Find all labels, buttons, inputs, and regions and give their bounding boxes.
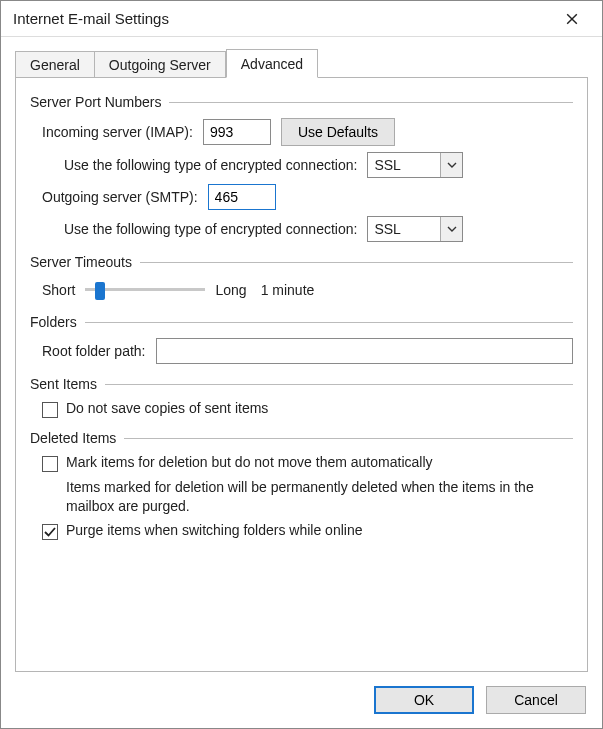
window-title: Internet E-mail Settings bbox=[13, 10, 552, 27]
purge-on-switch-checkbox[interactable] bbox=[42, 524, 58, 540]
group-title-timeouts: Server Timeouts bbox=[30, 254, 132, 270]
timeout-value: 1 minute bbox=[261, 282, 315, 298]
incoming-server-label: Incoming server (IMAP): bbox=[42, 124, 193, 140]
titlebar: Internet E-mail Settings bbox=[1, 1, 602, 37]
server-timeouts-group: Server Timeouts Short Long 1 minute bbox=[30, 254, 573, 302]
mark-for-deletion-helper: Items marked for deletion will be perman… bbox=[66, 478, 573, 516]
tabstrip: General Outgoing Server Advanced bbox=[15, 47, 588, 77]
button-bar: OK Cancel bbox=[1, 672, 602, 728]
incoming-encryption-label: Use the following type of encrypted conn… bbox=[64, 157, 357, 173]
group-title-folders: Folders bbox=[30, 314, 77, 330]
mark-for-deletion-checkbox[interactable] bbox=[42, 456, 58, 472]
deleted-items-group: Deleted Items Mark items for deletion bu… bbox=[30, 430, 573, 540]
ok-button[interactable]: OK bbox=[374, 686, 474, 714]
mark-for-deletion-label: Mark items for deletion but do not move … bbox=[66, 454, 433, 470]
use-defaults-button[interactable]: Use Defaults bbox=[281, 118, 395, 146]
root-folder-label: Root folder path: bbox=[42, 343, 146, 359]
folders-group: Folders Root folder path: bbox=[30, 314, 573, 364]
chevron-down-icon bbox=[440, 153, 462, 177]
group-title-sent: Sent Items bbox=[30, 376, 97, 392]
no-save-copies-label: Do not save copies of sent items bbox=[66, 400, 268, 416]
server-port-numbers-group: Server Port Numbers Incoming server (IMA… bbox=[30, 94, 573, 242]
incoming-encryption-select[interactable]: SSL bbox=[367, 152, 463, 178]
group-title-server-ports: Server Port Numbers bbox=[30, 94, 161, 110]
slider-thumb[interactable] bbox=[95, 282, 105, 300]
close-icon bbox=[566, 13, 578, 25]
no-save-copies-checkbox[interactable] bbox=[42, 402, 58, 418]
tab-advanced-body: Server Port Numbers Incoming server (IMA… bbox=[15, 77, 588, 672]
incoming-port-input[interactable] bbox=[203, 119, 271, 145]
cancel-button[interactable]: Cancel bbox=[486, 686, 586, 714]
outgoing-port-input[interactable] bbox=[208, 184, 276, 210]
tab-advanced[interactable]: Advanced bbox=[226, 49, 318, 78]
sent-items-group: Sent Items Do not save copies of sent it… bbox=[30, 376, 573, 418]
close-button[interactable] bbox=[552, 4, 592, 34]
chevron-down-icon bbox=[440, 217, 462, 241]
root-folder-input[interactable] bbox=[156, 338, 573, 364]
group-title-deleted: Deleted Items bbox=[30, 430, 116, 446]
outgoing-server-label: Outgoing server (SMTP): bbox=[42, 189, 198, 205]
purge-on-switch-label: Purge items when switching folders while… bbox=[66, 522, 362, 538]
outgoing-encryption-select[interactable]: SSL bbox=[367, 216, 463, 242]
timeout-long-label: Long bbox=[215, 282, 246, 298]
outgoing-encryption-value: SSL bbox=[368, 217, 440, 241]
email-settings-dialog: Internet E-mail Settings General Outgoin… bbox=[0, 0, 603, 729]
tab-outgoing-server[interactable]: Outgoing Server bbox=[95, 51, 226, 78]
incoming-encryption-value: SSL bbox=[368, 153, 440, 177]
tab-general[interactable]: General bbox=[15, 51, 95, 78]
timeout-short-label: Short bbox=[42, 282, 75, 298]
content-area: General Outgoing Server Advanced Server … bbox=[1, 37, 602, 672]
timeout-slider[interactable] bbox=[85, 278, 205, 302]
outgoing-encryption-label: Use the following type of encrypted conn… bbox=[64, 221, 357, 237]
